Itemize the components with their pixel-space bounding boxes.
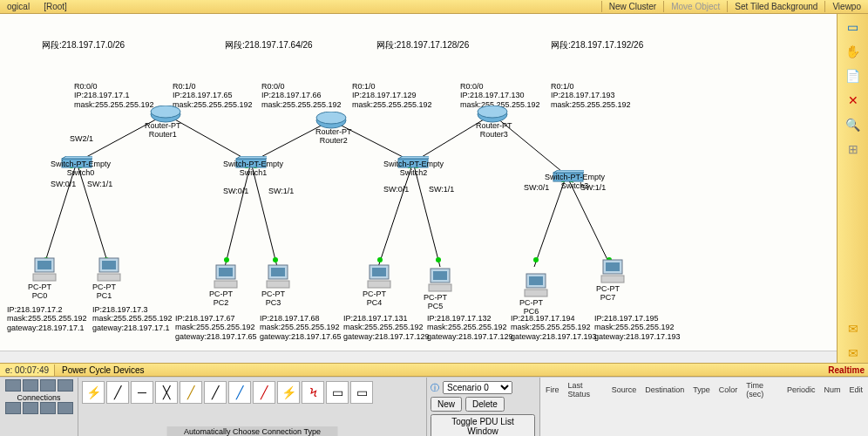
add-simple-pdu-icon[interactable]: ✉ xyxy=(843,319,864,338)
usb-cable-icon[interactable]: ▭ xyxy=(326,381,349,404)
pc3-icon[interactable] xyxy=(265,263,291,290)
pc7-icon[interactable] xyxy=(600,258,626,284)
switch0-label: Switch-PT-Empty Switch0 xyxy=(51,160,111,178)
pdu-col-fire[interactable]: Fire xyxy=(542,379,563,400)
set-tiled-bg-button[interactable]: Set Tiled Background xyxy=(727,1,824,12)
select-tool-icon[interactable]: ▭ xyxy=(843,17,864,37)
pdu-col-dest[interactable]: Destination xyxy=(641,379,688,400)
connection-panel: ⚡ ╱ ─ ╳ ╱ ╱ ╱ ╱ ⚡ Ϟ ▭ ▭ Automatically Ch… xyxy=(78,378,427,436)
svg-point-43 xyxy=(151,106,180,118)
svg-rect-73 xyxy=(429,284,451,291)
fiber-cable-icon[interactable]: ╱ xyxy=(180,381,202,404)
coax-cable-icon[interactable]: ╱ xyxy=(228,381,251,404)
pc4-label: PC-PT PC4 xyxy=(363,290,386,308)
pc0-info: IP:218.197.17.2 mask:255.255.255.192 gat… xyxy=(7,305,87,332)
octal-cable-icon[interactable]: Ϟ xyxy=(302,381,324,404)
device-icon[interactable] xyxy=(5,379,21,392)
pdu-col-num[interactable]: Num xyxy=(820,379,844,400)
logical-tab[interactable]: ogical xyxy=(0,2,37,11)
scenario-panel: ⓘScenario 0 NewDelete Toggle PDU List Wi… xyxy=(427,378,540,436)
s3-p1: SW:1/1 xyxy=(580,183,606,192)
note-tool-icon[interactable]: 📄 xyxy=(843,66,864,85)
s1-p0: SW:0/1 xyxy=(223,187,248,195)
resize-tool-icon[interactable]: ⊞ xyxy=(843,140,864,159)
svg-rect-58 xyxy=(33,274,56,281)
console-cable-icon[interactable]: ╱ xyxy=(106,381,129,404)
straight-cable-icon[interactable]: ─ xyxy=(131,381,153,404)
device-icon[interactable] xyxy=(23,379,38,392)
pc5-icon[interactable] xyxy=(427,267,453,293)
svg-rect-64 xyxy=(214,281,237,288)
device-icon[interactable] xyxy=(58,402,73,414)
pdu-col-type[interactable]: Type xyxy=(689,379,714,400)
switch2-label: Switch-PT-Empty Switch2 xyxy=(383,160,444,178)
pdu-col-source[interactable]: Source xyxy=(608,379,641,400)
device-icon[interactable] xyxy=(58,379,73,392)
realtime-tab[interactable]: Realtime xyxy=(828,365,865,375)
pc4-icon[interactable] xyxy=(366,263,392,290)
pc6-icon[interactable] xyxy=(523,272,549,298)
pc2-info: IP:218.197.17.67 mask:255.255.255.192 ga… xyxy=(175,314,257,341)
pdu-col-periodic[interactable]: Periodic xyxy=(783,379,819,400)
s0-uplink: SW2/1 xyxy=(70,134,93,143)
new-scenario-button[interactable]: New xyxy=(431,397,462,412)
workspace-canvas[interactable]: 网段:218.197.17.0/26 网段:218.197.17.64/26 网… xyxy=(0,14,837,363)
pc7-info: IP:218.197.17.195 mask:255.255.255.192 g… xyxy=(594,314,681,341)
network-label-3: 网段:218.197.17.128/26 xyxy=(376,40,469,51)
serial-dte-icon[interactable]: ⚡ xyxy=(277,381,300,404)
svg-rect-76 xyxy=(525,290,547,296)
svg-line-10 xyxy=(378,162,413,267)
svg-rect-78 xyxy=(606,262,620,271)
new-cluster-button[interactable]: New Cluster xyxy=(601,1,663,12)
device-icon[interactable] xyxy=(5,402,21,414)
pc2-icon[interactable] xyxy=(213,263,239,290)
pdu-col-time[interactable]: Time (sec) xyxy=(743,379,782,400)
serial-dce-icon[interactable]: ╱ xyxy=(253,381,275,404)
r3-i10: R0:1/0 IP:218.197.17.193 mask:255.255.25… xyxy=(551,82,631,109)
hand-tool-icon[interactable]: ✋ xyxy=(843,42,864,61)
svg-rect-67 xyxy=(267,281,289,288)
scenario-select[interactable]: Scenario 0 xyxy=(443,381,512,394)
router3-label: Router-PT Router3 xyxy=(476,121,512,140)
h-scrollbar[interactable] xyxy=(0,351,837,363)
inspect-tool-icon[interactable]: 🔍 xyxy=(843,115,864,134)
svg-rect-72 xyxy=(433,271,447,280)
viewport-button[interactable]: Viewpo xyxy=(824,1,868,12)
auto-connection-label: Automatically Choose Connection Type xyxy=(166,426,338,436)
auto-conn-icon[interactable]: ⚡ xyxy=(82,381,105,404)
pc0-label: PC-PT PC0 xyxy=(28,283,51,301)
pc1-label: PC-PT PC1 xyxy=(92,283,116,301)
device-panel: Connections xyxy=(0,378,78,436)
router2-icon[interactable] xyxy=(315,112,347,129)
s1-p1: SW:1/1 xyxy=(268,187,294,195)
r1-i00: R0:0/0 IP:218.197.17.1 mask:255.255.255.… xyxy=(74,82,154,109)
pdu-col-color[interactable]: Color xyxy=(715,379,742,400)
pc6-info: IP:218.197.17.194 mask:255.255.255.192 g… xyxy=(511,314,597,341)
cross-cable-icon[interactable]: ╳ xyxy=(155,381,178,404)
device-icon[interactable] xyxy=(40,379,56,392)
pc0-icon[interactable] xyxy=(31,256,58,283)
sim-time: e: 00:07:49 xyxy=(0,364,54,376)
add-complex-pdu-icon[interactable]: ✉ xyxy=(843,344,864,363)
switch1-label: Switch-PT-Empty Switch1 xyxy=(223,160,283,178)
power-cycle-button[interactable]: Power Cycle Devices xyxy=(54,364,151,376)
tool-sidebar: ▭ ✋ 📄 ✕ 🔍 ⊞ ✉ ✉ xyxy=(837,14,868,363)
pdu-col-edit[interactable]: Edit xyxy=(845,379,866,400)
delete-tool-icon[interactable]: ✕ xyxy=(843,91,864,110)
device-icon[interactable] xyxy=(23,402,38,414)
svg-rect-57 xyxy=(37,261,51,269)
toggle-pdu-button[interactable]: Toggle PDU List Window xyxy=(431,414,535,436)
pdu-col-status[interactable]: Last Status xyxy=(565,379,607,400)
root-breadcrumb[interactable]: [Root] xyxy=(37,2,74,11)
r1-i10: R0:1/0 IP:218.197.17.65 mask:255.255.255… xyxy=(173,82,253,109)
custom-cable-icon[interactable]: ▭ xyxy=(350,381,373,404)
pc1-icon[interactable] xyxy=(96,256,122,283)
svg-point-38 xyxy=(377,257,383,262)
router1-icon[interactable] xyxy=(150,106,181,123)
device-icon[interactable] xyxy=(40,402,56,414)
delete-scenario-button[interactable]: Delete xyxy=(465,397,505,412)
router3-icon[interactable] xyxy=(477,106,508,123)
s2-p1: SW:1/1 xyxy=(429,185,454,194)
phone-cable-icon[interactable]: ╱ xyxy=(204,381,227,404)
pc1-info: IP:218.197.17.3 mask:255.255.255.192 gat… xyxy=(92,305,173,332)
